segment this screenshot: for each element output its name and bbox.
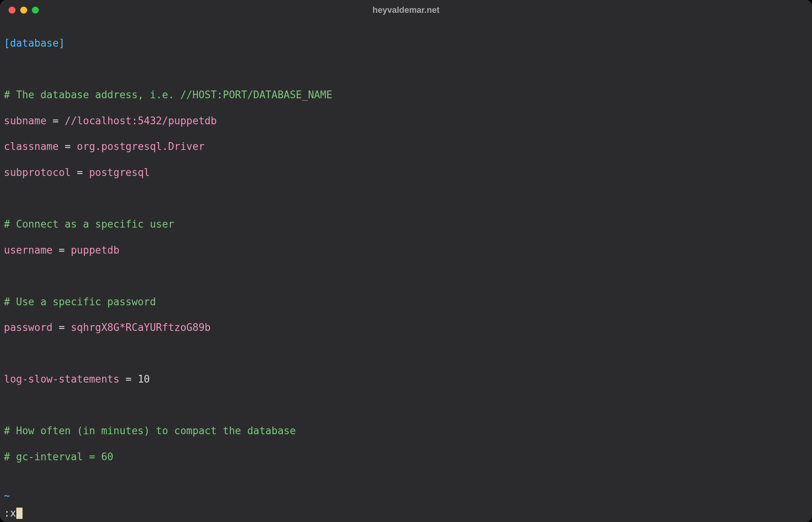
key-classname: classname bbox=[4, 141, 59, 152]
maximize-icon[interactable] bbox=[32, 7, 39, 14]
val-username: puppetdb bbox=[71, 244, 119, 256]
val-classname: org.postgresql.Driver bbox=[77, 141, 205, 152]
val-password: sqhrgX8G*RCaYURftzoG89b bbox=[71, 322, 211, 333]
traffic-lights bbox=[0, 7, 39, 14]
val-subprotocol: postgresql bbox=[89, 167, 150, 178]
eq: = bbox=[71, 167, 89, 178]
terminal-window: heyvaldemar.net [database] # The databas… bbox=[0, 0, 812, 522]
comment-compact: # How often (in minutes) to compact the … bbox=[4, 425, 296, 437]
titlebar: heyvaldemar.net bbox=[0, 0, 812, 20]
comment-address: # The database address, i.e. //HOST:PORT… bbox=[4, 89, 332, 101]
close-icon[interactable] bbox=[9, 7, 16, 14]
empty-line-tilde: ~ bbox=[4, 489, 808, 502]
cursor-icon bbox=[16, 508, 23, 519]
comment-user: # Connect as a specific user bbox=[4, 218, 174, 230]
key-subprotocol: subprotocol bbox=[4, 167, 71, 178]
vim-command: :x bbox=[4, 507, 16, 520]
eq: = bbox=[52, 322, 71, 333]
val-subname: //localhost:5432/puppetdb bbox=[65, 115, 217, 127]
eq: = bbox=[59, 141, 77, 152]
comment-gc: # gc-interval = 60 bbox=[4, 451, 113, 463]
key-subname: subname bbox=[4, 115, 47, 127]
key-password: password bbox=[4, 322, 52, 333]
eq: = bbox=[52, 244, 71, 256]
command-line[interactable]: :x bbox=[4, 507, 808, 520]
window-title: heyvaldemar.net bbox=[373, 5, 439, 15]
empty-line-tilde: ~ bbox=[4, 502, 808, 507]
eq: = bbox=[119, 373, 138, 385]
minimize-icon[interactable] bbox=[20, 7, 27, 14]
key-username: username bbox=[4, 244, 52, 256]
eq: = bbox=[47, 115, 65, 127]
empty-lines: ~~~~~~~~~~~~~~~~~ bbox=[4, 489, 808, 507]
editor-content: [database] # The database address, i.e. … bbox=[4, 24, 808, 489]
key-logslow: log-slow-statements bbox=[4, 373, 119, 385]
terminal-body[interactable]: [database] # The database address, i.e. … bbox=[0, 20, 812, 522]
section-header: [database] bbox=[4, 37, 65, 49]
comment-password: # Use a specific password bbox=[4, 296, 156, 308]
val-logslow: 10 bbox=[138, 373, 150, 385]
